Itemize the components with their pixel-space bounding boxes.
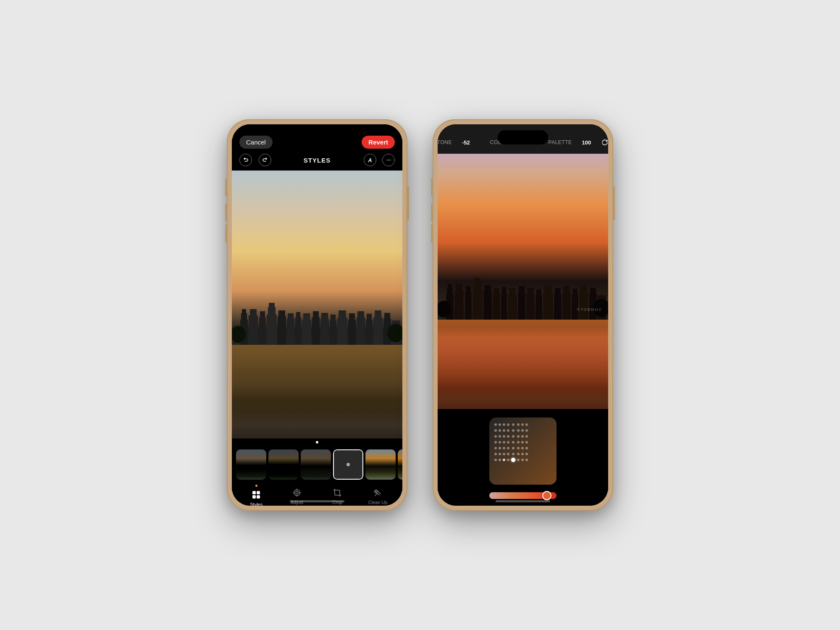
svg-rect-17 [303, 313, 310, 321]
tone-value: -52 [462, 139, 470, 146]
palette-dot [525, 435, 528, 438]
svg-rect-54 [465, 292, 472, 320]
active-indicator [255, 485, 257, 487]
palette-dot [494, 459, 497, 461]
palette-value: 100 [582, 139, 591, 146]
palette-dot [503, 441, 505, 444]
palette-dot [503, 447, 505, 449]
palette-dot [517, 435, 520, 438]
home-indicator-left [290, 500, 344, 502]
style-thumb-5[interactable] [398, 449, 402, 480]
tab-cleanup[interactable]: Clean Up [363, 487, 393, 505]
svg-rect-2 [242, 309, 246, 315]
svg-rect-73 [543, 293, 553, 320]
svg-rect-16 [302, 320, 311, 345]
svg-rect-5 [259, 318, 266, 345]
palette-dot [525, 441, 528, 444]
more-options-button[interactable]: ··· [382, 154, 395, 166]
svg-rect-27 [349, 313, 355, 321]
tone-label: TONE [438, 139, 452, 145]
style-thumb-4[interactable] [365, 449, 396, 480]
phone2-bottom [438, 409, 608, 506]
style-thumb-selected[interactable] [333, 449, 363, 480]
svg-rect-19 [313, 311, 319, 319]
cancel-button[interactable]: Cancel [239, 136, 273, 149]
water-reflection-right [438, 320, 608, 410]
slider-thumb[interactable] [542, 491, 551, 500]
palette-dot [517, 459, 520, 461]
palette-dot [507, 435, 509, 438]
palette-dot [507, 429, 509, 432]
svg-rect-60 [484, 285, 491, 292]
palette-dot [517, 423, 520, 426]
svg-rect-7 [267, 315, 277, 345]
svg-rect-14 [295, 318, 301, 345]
auto-enhance-button[interactable]: A [364, 154, 376, 166]
svg-rect-66 [509, 288, 516, 296]
palette-dot [517, 447, 520, 449]
phone1-toolbar2: STYLES A ··· [232, 150, 402, 171]
undo-button[interactable] [239, 154, 252, 166]
palette-dots [493, 421, 530, 464]
palette-dot [507, 447, 509, 449]
svg-rect-69 [526, 294, 535, 320]
svg-rect-84 [590, 288, 596, 295]
cleanup-label: Clean Up [368, 500, 388, 505]
phone-right: TONE -52 COLOR 100 PALETTE 100 [433, 119, 613, 511]
style-thumb-3[interactable] [301, 449, 331, 480]
palette-dot [499, 459, 501, 461]
toolbar2-right: A ··· [364, 154, 395, 166]
thumbnails-strip[interactable] [232, 444, 402, 482]
palette-grid[interactable] [489, 417, 556, 485]
palette-dot [521, 441, 524, 444]
svg-rect-39 [252, 491, 256, 494]
svg-rect-62 [494, 288, 499, 295]
svg-rect-25 [339, 310, 346, 319]
palette-dot [521, 447, 524, 449]
palette-dot [512, 423, 514, 426]
palette-dot [517, 429, 520, 432]
svg-rect-57 [474, 282, 481, 291]
cleanup-icon [373, 487, 383, 498]
palette-dot [511, 458, 515, 462]
redo-button[interactable] [259, 154, 271, 166]
palette-dot [521, 453, 524, 455]
page-dot [316, 441, 318, 444]
svg-rect-31 [367, 314, 372, 321]
palette-dot [507, 441, 509, 444]
palette-dot [494, 435, 497, 438]
palette-dot [512, 429, 514, 432]
revert-button[interactable]: Revert [362, 136, 395, 149]
palette-dot [499, 435, 501, 438]
svg-rect-76 [555, 288, 561, 296]
style-thumb-1[interactable] [236, 449, 266, 480]
svg-rect-70 [527, 288, 534, 295]
phone2-screen: TONE -52 COLOR 100 PALETTE 100 [438, 124, 608, 506]
city-skyline-svg-right [438, 269, 608, 320]
svg-rect-52 [454, 290, 464, 320]
palette-dot [494, 423, 497, 426]
color-slider-container[interactable] [489, 490, 556, 501]
style-thumb-2[interactable] [268, 449, 299, 480]
color-slider[interactable] [489, 492, 556, 499]
svg-rect-10 [278, 316, 286, 345]
palette-dot [521, 459, 524, 461]
svg-rect-78 [563, 286, 570, 294]
svg-rect-75 [554, 294, 562, 320]
svg-rect-77 [562, 292, 571, 320]
reset-button[interactable] [601, 137, 608, 147]
photo-bg-left [232, 171, 402, 438]
palette-dot [525, 423, 528, 426]
svg-rect-29 [357, 311, 364, 319]
svg-rect-20 [320, 319, 329, 345]
palette-dot [521, 429, 524, 432]
palette-dot [494, 429, 497, 432]
svg-rect-32 [373, 318, 383, 345]
svg-rect-80 [572, 289, 578, 296]
adjust-icon [291, 487, 302, 498]
palette-dot [517, 441, 520, 444]
svg-rect-40 [257, 491, 260, 494]
svg-rect-55 [466, 286, 471, 294]
tab-styles[interactable]: Styles [242, 485, 271, 506]
palette-dot [507, 453, 509, 455]
